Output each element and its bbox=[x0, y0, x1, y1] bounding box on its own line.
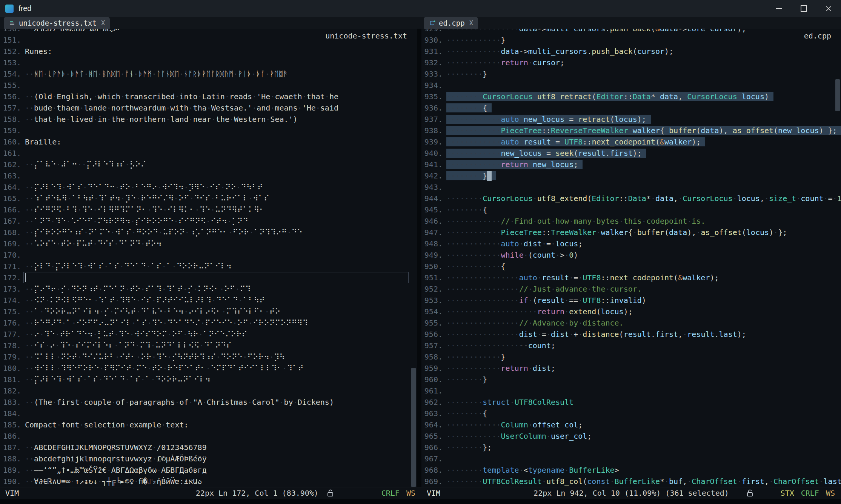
code-line[interactable]: 959.············return·dist; bbox=[421, 363, 841, 374]
code-line[interactable]: 172. bbox=[0, 272, 417, 283]
code-line[interactable]: 156.··(Old·English,·which·transcribed·in… bbox=[0, 91, 417, 102]
code-line[interactable]: 174.··⠪⠝·⠅⠝⠪⠇⠫⠛⠑⠂·⠱⠁⠞·⠹⠻⠑·⠊⠎·⠏⠜⠞⠊⠊⠥⠇⠜⠇⠹·… bbox=[0, 295, 417, 306]
code-line[interactable]: 949.············while·(count·>·0) bbox=[421, 249, 841, 261]
code-line[interactable]: 957.················--count; bbox=[421, 340, 841, 351]
code-line[interactable]: 966.········}; bbox=[421, 442, 841, 453]
code-line[interactable]: 158.··that·he·lived·in·the·northern·land… bbox=[0, 114, 417, 125]
code-line[interactable]: 162.··⡌⠁⠧⠑·⠼⠁⠒··⡍⠜⠇⠑⠹⠰⠎·⡣⠕⠌ bbox=[0, 159, 417, 170]
code-line[interactable]: 945.········{ bbox=[421, 204, 841, 215]
scrollbar-thumb-right[interactable] bbox=[835, 79, 840, 111]
scrollbar-thumb-left[interactable] bbox=[411, 368, 416, 487]
code-line[interactable]: 968.········template·<typename·BufferLik… bbox=[421, 464, 841, 476]
code-line[interactable]: 936.········{ bbox=[421, 102, 841, 114]
code-line[interactable]: 154.··ᚻᛖ·ᚳᚹᚫᚦ·ᚦᚫᛏ·ᚻᛖ·ᛒᚢᛞᛖ·ᚩᚾ·ᚦᚫᛗ·ᛚᚪᚾᛞᛖ·ᚾ… bbox=[0, 68, 417, 80]
minimize-button[interactable] bbox=[766, 0, 791, 17]
code-line[interactable]: 952.················//·Just·advance·the·… bbox=[421, 283, 841, 295]
line-number: 165. bbox=[0, 193, 21, 204]
code-line[interactable]: 163. bbox=[0, 170, 417, 181]
code-line[interactable]: 942.········} bbox=[421, 170, 841, 181]
code-line[interactable]: 157.··bude·thaem·lande·northweardum·with… bbox=[0, 102, 417, 114]
code-line[interactable]: 939.············auto·result·=·UTF8::next… bbox=[421, 136, 841, 148]
code-line[interactable]: 950.············{ bbox=[421, 261, 841, 272]
code-line[interactable]: 969.········UTF8ColResult·utf8_col(const… bbox=[421, 476, 841, 487]
code-line[interactable]: 967. bbox=[421, 453, 841, 464]
code-line[interactable]: 963.········{ bbox=[421, 408, 841, 419]
code-line[interactable]: 152.Runes: bbox=[0, 46, 417, 57]
code-line[interactable]: 170. bbox=[0, 249, 417, 261]
code-line[interactable]: 164.··⡍⠜⠇⠑⠹·⠺⠁⠎·⠙⠑⠁⠙⠒·⠞⠕·⠃⠑⠛⠔·⠺⠊⠹⠲·⡹⠻⠑·⠊… bbox=[0, 181, 417, 193]
code-line[interactable]: 161. bbox=[0, 148, 417, 159]
scrollbar-right[interactable] bbox=[834, 29, 841, 487]
code-line[interactable]: 938.············PieceTree::ReverseTreeWa… bbox=[421, 125, 841, 136]
code-line[interactable]: 190.··∀∂∈ℝ∧∪≡∞·↑↗↨↻⇣·┐┼╔╘►☺♀·ﬁ�⑀₂ἠḂӥẄɐː⍎… bbox=[0, 476, 417, 487]
tab-close-button[interactable]: X bbox=[469, 19, 473, 27]
code-line[interactable]: 155. bbox=[0, 80, 417, 91]
code-line[interactable]: 179.··⠩⠁⠇⠇·⠝⠕⠞·⠙⠊⠌⠥⠗⠃·⠊⠞⠂·⠕⠗·⠹⠑·⡊⠳⠝⠞⠗⠹⠰⠎… bbox=[0, 351, 417, 363]
code-line[interactable]: 951.················auto·result·=·UTF8::… bbox=[421, 272, 841, 283]
code-line[interactable]: 182. bbox=[0, 385, 417, 396]
code-line[interactable]: 176.··⠗⠑⠛⠜⠙·⠁·⠊⠕⠋⠋⠔⠤⠝⠁⠊⠇·⠁⠎·⠹⠑·⠙⠑⠁⠙⠑⠌·⠏⠊… bbox=[0, 317, 417, 329]
code-line[interactable]: 946.············//·Find·out·how·many·byt… bbox=[421, 215, 841, 227]
code-line[interactable]: 175.··⠁·⠙⠕⠕⠗⠤⠝⠁⠊⠇⠲·⡊·⠍⠊⠣⠞·⠙⠁⠧⠑·⠃⠑⠲·⠔⠊⠇⠔⠫… bbox=[0, 306, 417, 317]
code-line[interactable]: 932.············return·cursor; bbox=[421, 57, 841, 68]
code-line[interactable]: 929.················data->multi_cursors.… bbox=[421, 29, 841, 34]
code-line[interactable]: 165.··⠱⠁⠞⠑⠧⠻·⠁⠃⠳⠞·⠹⠁⠞⠲·⡹⠑·⠗⠑⠛⠊⠌⠻·⠕⠋·⠙⠊⠎·… bbox=[0, 193, 417, 204]
code-line[interactable]: 189.··–—‘“”„†•…‰™œŠŸž€·ΑΒΓΔΩαβγδω·АБВГДа… bbox=[0, 464, 417, 476]
code-line[interactable]: 956.················dist·=·dist·+·distan… bbox=[421, 329, 841, 340]
code-line[interactable]: 965.············UserColumn·user_col; bbox=[421, 430, 841, 442]
code-line[interactable]: 166.··⠎⠊⠛⠝⠫·⠃⠹·⠹⠑·⠊⠇⠻⠛⠹⠍⠁⠝⠂·⠹⠑·⠊⠇⠻⠅⠂·⠹⠑·… bbox=[0, 204, 417, 215]
code-line[interactable]: 943. bbox=[421, 181, 841, 193]
maximize-button[interactable] bbox=[791, 0, 816, 17]
editor-pane-right[interactable]: 929.················data->multi_cursors.… bbox=[421, 29, 841, 487]
line-number: 181. bbox=[0, 374, 21, 385]
code-line[interactable]: 962.········struct·UTF8ColResult bbox=[421, 396, 841, 408]
code-line[interactable]: 180.··⠺⠊⠇⠇·⠹⠻⠑⠋⠕⠗⠑·⠏⠻⠍⠊⠞·⠍⠑·⠞⠕·⠗⠑⠏⠑⠁⠞⠂·⠑… bbox=[0, 363, 417, 374]
pane-splitter[interactable] bbox=[417, 29, 421, 487]
code-line[interactable]: 930.············} bbox=[421, 34, 841, 46]
code-line[interactable]: 934. bbox=[421, 80, 841, 91]
code-line[interactable]: 186. bbox=[0, 430, 417, 442]
code-line[interactable]: 935.········CursorLocus·utf8_retract(Edi… bbox=[421, 91, 841, 102]
code-line[interactable]: 948.············auto·dist·=·locus; bbox=[421, 238, 841, 249]
line-number: 932. bbox=[421, 57, 443, 68]
code-line[interactable]: 184. bbox=[0, 408, 417, 419]
code-line[interactable]: 181.··⡍⠜⠇⠑⠹·⠺⠁⠎·⠁⠎·⠙⠑⠁⠙·⠁⠎·⠁·⠙⠕⠕⠗⠤⠝⠁⠊⠇⠲ bbox=[0, 374, 417, 385]
code-line[interactable]: 187.··ABCDEFGHIJKLMNOPQRSTUVWXYZ·/012345… bbox=[0, 442, 417, 453]
line-ending-flags-right: STXCRLFWS bbox=[781, 489, 835, 498]
code-line[interactable]: 964.············Column·offset_col; bbox=[421, 419, 841, 430]
code-line[interactable]: 167.··⠁⠝⠙·⠹⠑·⠡⠊⠑⠋·⠍⠳⠗⠝⠻⠲·⡎⠊⠗⠕⠕⠛⠑·⠎⠊⠛⠝⠫·⠊… bbox=[0, 215, 417, 227]
tab-ed-cpp[interactable]: ed.cpp X bbox=[424, 17, 478, 29]
code-line[interactable]: 160.Braille: bbox=[0, 136, 417, 148]
code-line[interactable]: 960.········} bbox=[421, 374, 841, 385]
tab-unicode-stress-txt[interactable]: unicode-stress.txt X bbox=[4, 17, 110, 29]
code-line[interactable]: 940.············new_locus·=·seek(result.… bbox=[421, 148, 841, 159]
code-line[interactable]: 955.················//·Advance·by·distan… bbox=[421, 317, 841, 329]
code-line[interactable]: 937.············auto·new_locus·=·retract… bbox=[421, 114, 841, 125]
code-line[interactable]: 944.········CursorLocus·utf8_extend(Edit… bbox=[421, 193, 841, 204]
code-line[interactable]: 185.Compact·font·selection·example·text: bbox=[0, 419, 417, 430]
tab-close-button[interactable]: X bbox=[101, 19, 105, 27]
code-line[interactable]: 947.············PieceTree::TreeWalker·wa… bbox=[421, 227, 841, 238]
code-line[interactable]: 153. bbox=[0, 57, 417, 68]
code-line[interactable]: 933.········} bbox=[421, 68, 841, 80]
code-line[interactable]: 178.··⠊⠎·⠔·⠹⠑·⠎⠊⠍⠊⠇⠑⠆·⠁⠝⠙·⠍⠹·⠥⠝⠙⠁⠇⠇⠪⠫·⠙⠁… bbox=[0, 340, 417, 351]
code-line[interactable]: 931.············data->multi_cursors.push… bbox=[421, 46, 841, 57]
code-line[interactable]: 168.··⡎⠊⠗⠕⠕⠛⠑⠰⠎·⠝⠁⠍⠑·⠺⠁⠎·⠛⠕⠕⠙·⠥⠏⠕⠝·⠰⡡⠁⠝⠛… bbox=[0, 227, 417, 238]
scrollbar-left[interactable] bbox=[410, 29, 417, 487]
code-line[interactable]: 159. bbox=[0, 125, 417, 136]
code-line[interactable]: 177.··⠔·⠹⠑·⠞⠗⠁⠙⠑⠲·⡃⠥⠞·⠹⠑·⠺⠊⠎⠙⠕⠍·⠕⠋·⠳⠗·⠁⠝… bbox=[0, 329, 417, 340]
code-line[interactable]: 954.····················return·extend(lo… bbox=[421, 306, 841, 317]
line-number: 172. bbox=[0, 272, 21, 283]
code-line[interactable]: 961. bbox=[421, 385, 841, 396]
close-button[interactable] bbox=[816, 0, 841, 17]
code-line[interactable]: 173.··⡍⠔⠙⠖·⡊·⠙⠕⠝⠰⠞·⠍⠑⠁⠝·⠞⠕·⠎⠁⠹·⠹⠁⠞·⡊·⠅⠝⠪… bbox=[0, 283, 417, 295]
code-line[interactable]: 169.··⠡⠕⠎⠑·⠞⠕·⠏⠥⠞·⠙⠊⠎·⠙⠁⠝⠙·⠞⠕⠲ bbox=[0, 238, 417, 249]
code-line[interactable]: 188.··abcdefghijklmnopqrstuvwxyz·£©µÀÆÖÞ… bbox=[0, 453, 417, 464]
code-line[interactable]: 953.················if·(result·==·UTF8::… bbox=[421, 295, 841, 306]
code-line[interactable]: 958.············} bbox=[421, 351, 841, 363]
code-line[interactable]: 183.··(The·first·couple·of·paragraphs·of… bbox=[0, 396, 417, 408]
code-line[interactable]: 941.············return·new_locus; bbox=[421, 159, 841, 170]
editor-pane-left[interactable]: 150.··እግርህን·በፍራሽህ·ልክ·ዘርጋ።151.152.Runes:1… bbox=[0, 29, 417, 487]
titlebar[interactable]: fred bbox=[0, 0, 841, 17]
code-line[interactable]: 171.··⡕⠇⠙·⡍⠜⠇⠑⠹·⠺⠁⠎·⠁⠎·⠙⠑⠁⠙·⠁⠎·⠁·⠙⠕⠕⠗⠤⠝⠁… bbox=[0, 261, 417, 272]
